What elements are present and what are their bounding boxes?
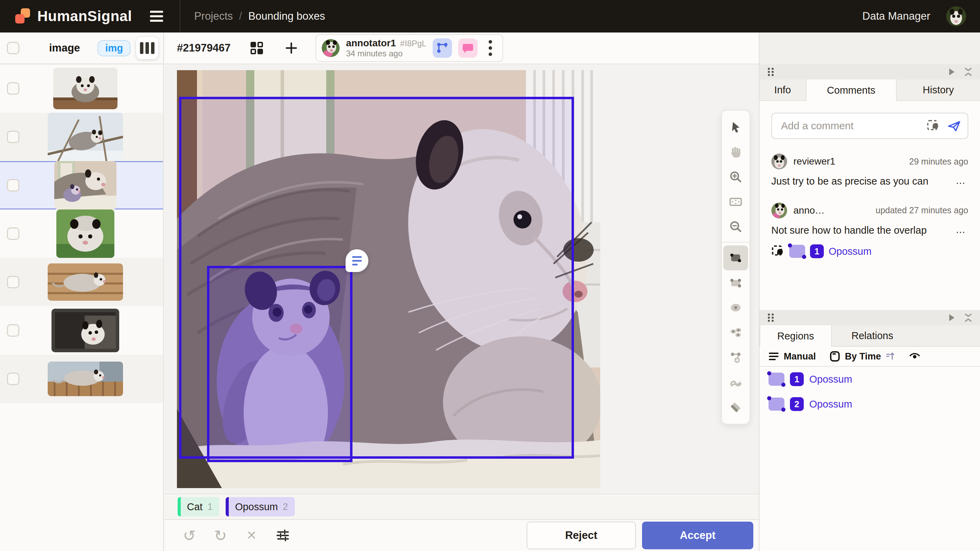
accept-button[interactable]: Accept [642, 522, 753, 549]
task-row[interactable] [0, 64, 163, 113]
linked-region-icon [771, 245, 784, 258]
ellipse-tool[interactable] [723, 295, 748, 320]
region-label[interactable]: Opossum [809, 374, 852, 385]
reviewer-avatar [771, 153, 787, 169]
brand-logo[interactable]: HumanSignal [0, 8, 132, 24]
task-toolbar: #21979467 annotator1#I8PgL 34 minutes ag… [164, 32, 759, 64]
thumbnail-image [48, 263, 123, 301]
task-row[interactable] [0, 209, 163, 258]
select-all-checkbox[interactable] [7, 42, 19, 54]
task-image[interactable] [177, 70, 600, 488]
eraser-tool[interactable] [723, 395, 748, 420]
annotations-grid-icon[interactable] [248, 40, 265, 56]
annotation-card[interactable]: annotator1#I8PgL 34 minutes ago [315, 34, 503, 62]
label-hotkey: 1 [207, 502, 220, 512]
settings-sliders-button[interactable] [274, 527, 292, 545]
pan-tool[interactable] [723, 140, 748, 164]
select-tool[interactable] [723, 115, 748, 140]
breadcrumb: Projects / Bounding boxes [194, 10, 325, 22]
comment-menu-icon[interactable]: … [956, 175, 968, 186]
tab-info[interactable]: Info [759, 80, 806, 100]
link-region-icon[interactable] [926, 119, 940, 133]
region-label[interactable]: Opossum [809, 398, 852, 410]
fit-screen-tool[interactable] [723, 190, 748, 214]
reject-button[interactable]: Reject [527, 522, 636, 549]
group-by-label: Manual [784, 351, 816, 362]
column-type-badge[interactable]: img [97, 40, 130, 56]
sort-time-icon [830, 351, 840, 362]
comment-menu-icon[interactable]: … [956, 224, 968, 236]
add-annotation-button[interactable] [283, 40, 300, 56]
user-avatar[interactable] [946, 6, 966, 26]
annotation-time: 34 minutes ago [346, 49, 402, 58]
task-row[interactable] [0, 113, 163, 161]
detach-panel-icon[interactable] [948, 68, 955, 76]
sort-by-button[interactable]: By Time [830, 351, 895, 362]
comment-input[interactable] [780, 119, 919, 132]
comment-text: Not sure how to handle the overlap [771, 224, 927, 237]
toggle-visibility-button[interactable] [909, 352, 921, 360]
breadcrumb-projects-link[interactable]: Projects [194, 10, 233, 22]
ellipse-3point-tool[interactable] [723, 320, 748, 345]
drag-handle-icon[interactable] [767, 67, 775, 77]
linked-region[interactable]: 1 Opossum [771, 244, 968, 258]
image-canvas[interactable] [164, 64, 759, 494]
task-row-selected[interactable] [0, 161, 163, 209]
regions-count-icon[interactable] [433, 38, 452, 58]
row-checkbox[interactable] [7, 82, 19, 95]
reset-button[interactable]: ✕ [243, 527, 261, 545]
label-name: Cat [181, 501, 207, 513]
thumbnail-image [48, 361, 123, 396]
breadcrumb-current: Bounding boxes [248, 10, 325, 22]
detach-panel-icon[interactable] [948, 314, 955, 322]
task-row[interactable] [0, 355, 163, 403]
comment-time: updated 27 minutes ago [876, 205, 968, 215]
menu-hamburger-icon[interactable] [150, 9, 165, 24]
brush-tool[interactable] [723, 370, 748, 395]
region-comment-marker[interactable] [345, 249, 368, 272]
rectangle-tool[interactable] [723, 245, 748, 270]
region-label[interactable]: Opossum [829, 246, 872, 257]
task-row[interactable] [0, 258, 163, 306]
collapse-panel-icon[interactable] [964, 67, 972, 77]
zoom-out-tool[interactable] [723, 214, 748, 239]
row-checkbox[interactable] [7, 179, 19, 191]
side-panels: Info Comments History reviewer1 29 minut… [759, 32, 980, 551]
rectangle-3point-tool[interactable] [723, 270, 748, 295]
zoom-in-tool[interactable] [723, 164, 748, 190]
bounding-box-region-2[interactable] [207, 266, 352, 462]
label-chip-cat[interactable]: Cat 1 [178, 497, 220, 516]
brand-name: HumanSignal [37, 8, 132, 24]
region-list-item[interactable]: 2 Opossum [759, 392, 980, 417]
row-checkbox[interactable] [7, 228, 19, 240]
regions-panel-tabs: Regions Relations [759, 325, 980, 347]
annotation-menu-icon[interactable] [484, 40, 497, 56]
column-title: image [49, 42, 80, 54]
row-checkbox[interactable] [7, 373, 19, 385]
undo-button[interactable]: ↺ [180, 527, 198, 545]
label-chip-opossum[interactable]: Opossum 2 [226, 497, 295, 516]
collapse-panel-icon[interactable] [964, 313, 972, 323]
annotator-avatar [771, 202, 787, 218]
columns-settings-button[interactable] [136, 37, 158, 59]
redo-button[interactable]: ↻ [212, 527, 229, 545]
details-panel-header[interactable] [759, 64, 980, 80]
row-checkbox[interactable] [7, 131, 19, 143]
tab-relations[interactable]: Relations [832, 325, 913, 346]
task-row[interactable] [0, 306, 163, 355]
group-by-button[interactable]: Manual [768, 351, 816, 362]
thumbnail-image [56, 209, 115, 258]
data-manager-link[interactable]: Data Manager [862, 10, 930, 22]
region-list-item[interactable]: 1 Opossum [759, 367, 980, 392]
row-checkbox[interactable] [7, 276, 19, 288]
regions-panel-header[interactable] [759, 310, 980, 325]
row-checkbox[interactable] [7, 324, 19, 337]
comments-indicator-icon[interactable] [458, 38, 477, 58]
tab-regions[interactable]: Regions [759, 325, 832, 347]
drag-handle-icon[interactable] [767, 313, 775, 323]
tab-history[interactable]: History [897, 80, 980, 100]
keypoint-relation-tool[interactable] [723, 345, 748, 370]
tab-comments[interactable]: Comments [806, 80, 897, 101]
send-comment-icon[interactable] [947, 119, 961, 133]
comment-input-box[interactable] [771, 113, 968, 139]
